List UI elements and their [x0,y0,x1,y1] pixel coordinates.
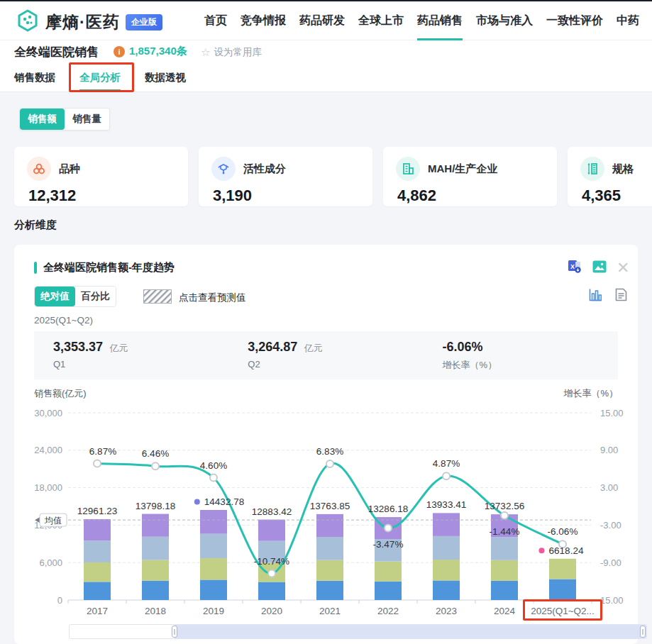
bar-segment-Q2[interactable] [142,560,169,581]
datazoom-right-handle[interactable] [640,626,646,638]
close-icon[interactable]: ✕ [617,261,629,275]
card-active-ingredient[interactable]: 活性成分 3,190 [199,147,372,206]
growth-line-marker[interactable] [385,525,392,532]
growth-rate-label: -6.06% [548,526,578,537]
x-axis-category-label[interactable]: 2017 [87,606,108,616]
bar-segment-Q3[interactable] [84,540,111,562]
bar-segment-Q3[interactable] [200,534,227,558]
nav-item-tcm[interactable]: 中药 [617,1,639,40]
brand-logo[interactable]: 摩熵·医药 企业版 [16,9,162,35]
growth-line-marker[interactable] [94,460,101,467]
star-icon: ☆ [201,46,210,59]
bar-chart-icon[interactable] [589,288,602,304]
bar-total-label: 13763.85 [310,501,350,511]
nav-item-drug-rnd[interactable]: 药品研发 [299,1,345,40]
growth-line-marker[interactable] [152,462,159,470]
toggle-absolute[interactable]: 绝对值 [35,287,75,306]
growth-line-marker[interactable] [326,460,333,467]
bar-segment-Q4[interactable] [433,513,460,535]
tab-data-pivot[interactable]: 数据透视 [145,64,186,91]
variety-icon [27,157,51,181]
bar-segment-Q3[interactable] [491,537,518,560]
bar-segment-Q1[interactable] [549,579,576,600]
right-axis-tick-label: 15.00 [600,595,624,606]
nav-item-consistency-eval[interactable]: 一致性评价 [546,1,603,40]
x-axis-category-label[interactable]: 2024 [494,606,516,616]
forecast-hatch-swatch[interactable] [143,289,172,306]
bar-segment-Q2[interactable] [375,562,402,582]
bar-segment-Q1[interactable] [375,582,402,600]
datazoom-selected-range[interactable] [175,625,646,638]
set-favorite-button[interactable]: ☆ 设为常用库 [201,46,262,59]
card-specification[interactable]: 规格 4,365 [568,147,652,206]
toggle-sales-volume[interactable]: 销售量 [65,109,109,130]
panel-actions: X ✕ [568,260,629,277]
annotation-box-2025-label [523,599,602,621]
bar-segment-Q4[interactable] [258,520,285,541]
card-value: 4,365 [582,187,652,205]
x-axis-category-label[interactable]: 2018 [145,606,166,616]
bar-segment-Q1[interactable] [433,580,460,600]
growth-line-marker[interactable] [268,570,275,577]
bar-segment-Q2[interactable] [84,562,111,582]
nav-item-home[interactable]: 首页 [204,1,227,40]
bar-segment-Q1[interactable] [142,581,169,600]
x-axis-category-label[interactable]: 2023 [436,606,457,616]
bar-segment-Q1[interactable] [84,582,111,600]
top-navbar: 摩熵·医药 企业版 首页 竞争情报 药品研发 全球上市 药品销售 市场与准入 一… [0,1,652,40]
stat-unit: 亿元 [110,343,128,353]
x-axis-category-label[interactable]: 2020 [261,606,282,616]
bar-segment-Q2[interactable] [491,560,518,581]
card-value: 4,862 [397,187,544,205]
stat-unit: 亿元 [304,343,323,353]
bar-segment-Q3[interactable] [316,537,343,560]
bar-segment-Q1[interactable] [316,581,343,600]
growth-line-marker[interactable] [443,472,450,479]
bar-segment-Q1[interactable] [200,579,227,600]
bar-segment-Q2[interactable] [200,558,227,579]
bar-segment-Q2[interactable] [433,560,460,580]
bar-segment-Q3[interactable] [142,537,169,560]
x-axis-category-label[interactable]: 2022 [377,606,399,616]
excel-export-icon[interactable]: X [568,260,582,277]
chart-title: 全终端医院销售额-年度趋势 [43,261,175,274]
nav-item-competitive-intel[interactable]: 竞争情报 [241,1,286,40]
period-label: 2025(Q1~Q2) [34,315,93,326]
bar-segment-Q1[interactable] [491,581,518,600]
tab-sales-data[interactable]: 销售数据 [14,64,55,91]
nav-item-market-access[interactable]: 市场与准入 [476,1,533,40]
x-axis-category-label[interactable]: 2019 [203,606,224,616]
growth-line-marker[interactable] [501,512,508,519]
x-axis-category-label[interactable]: 2021 [319,606,341,616]
growth-line-marker[interactable] [210,474,217,482]
chart-datazoom-scrollbar[interactable] [69,624,647,639]
bar-segment-Q4[interactable] [200,510,227,534]
extreme-value-dot [194,499,200,504]
bar-total-label: 12883.42 [252,506,292,517]
brand-name: 摩熵·医药 [45,11,120,33]
bar-segment-Q2[interactable] [316,560,343,581]
bar-total-label: 13286.18 [368,504,408,514]
report-icon[interactable] [615,288,627,304]
bar-segment-Q3[interactable] [433,536,460,560]
app-page: 摩熵·医药 企业版 首页 竞争情报 药品研发 全球上市 药品销售 市场与准入 一… [0,0,652,644]
card-variety[interactable]: 品种 12,312 [14,147,188,206]
bar-segment-Q2[interactable] [549,559,576,579]
nav-item-global-launch[interactable]: 全球上市 [358,1,404,40]
page-title: 全终端医院销售 [14,44,99,60]
bar-segment-Q4[interactable] [316,514,343,537]
info-icon[interactable]: i [114,46,125,57]
datazoom-left-handle[interactable] [172,626,177,638]
nav-item-drug-sales[interactable]: 药品销售 [417,1,463,40]
stat-q2: 3,264.87 亿元 Q2 [228,331,423,379]
card-value: 12,312 [28,187,175,205]
set-favorite-label: 设为常用库 [214,46,262,59]
left-axis-tick-label: 24,000 [34,445,62,455]
toggle-sales-amount[interactable]: 销售额 [20,109,65,130]
bar-segment-Q1[interactable] [258,582,285,600]
image-export-icon[interactable] [592,260,607,276]
bar-segment-Q4[interactable] [142,514,169,537]
toggle-percentage[interactable]: 百分比 [75,287,116,306]
bar-segment-Q4[interactable] [84,519,111,540]
card-mah-manufacturer[interactable]: MAH/生产企业 4,862 [383,147,557,206]
